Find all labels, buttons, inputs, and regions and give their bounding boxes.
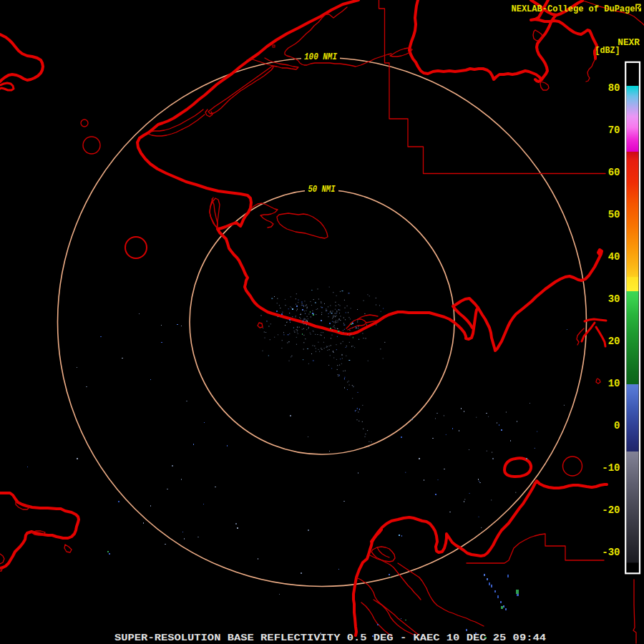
svg-text:40: 40 <box>608 251 620 263</box>
svg-text:30: 30 <box>608 293 620 305</box>
svg-text:-30: -30 <box>602 547 620 558</box>
svg-text:-20: -20 <box>602 504 620 516</box>
svg-text:70: 70 <box>608 125 620 136</box>
svg-text:50 NMI: 50 NMI <box>308 185 336 195</box>
svg-text:NEXR: NEXR <box>618 37 640 48</box>
svg-text:10: 10 <box>608 378 620 389</box>
svg-text:0: 0 <box>614 420 620 431</box>
svg-text:NEXLAB-College of DuPage: NEXLAB-College of DuPage <box>512 4 635 14</box>
svg-text:60: 60 <box>608 167 620 178</box>
svg-text:SUPER-RESOLUTION BASE REFLECTI: SUPER-RESOLUTION BASE REFLECTIVITY 0.5 D… <box>114 633 546 643</box>
svg-text:50: 50 <box>608 209 620 220</box>
svg-text:[dBZ]: [dBZ] <box>595 46 620 56</box>
svg-text:100 NMI: 100 NMI <box>304 52 337 62</box>
svg-text:80: 80 <box>608 82 620 94</box>
svg-text:20: 20 <box>608 336 620 347</box>
svg-text:-10: -10 <box>602 462 620 474</box>
